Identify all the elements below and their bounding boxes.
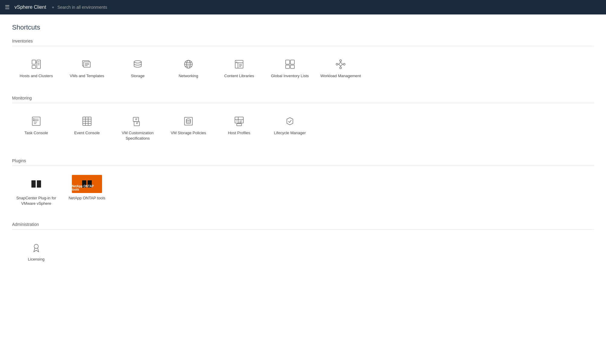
- section-inventories: Inventories Hosts and Clusters: [12, 39, 594, 85]
- monitoring-item-vm-customization[interactable]: VM Customization Specifications: [114, 109, 162, 147]
- svg-rect-55: [184, 117, 192, 125]
- app-header: ☰ vSphere Client ⚬ Search in all environ…: [0, 0, 606, 14]
- section-administration-label: Administration: [12, 222, 594, 227]
- monitoring-item-lifecycle-manager[interactable]: Lifecycle Manager: [266, 109, 314, 147]
- vm-storage-policies-icon: [182, 115, 194, 127]
- inventories-grid: Hosts and Clusters VMs and Templates: [12, 52, 594, 85]
- app-title: vSphere Client: [14, 5, 46, 10]
- task-console-label: Task Console: [24, 130, 48, 136]
- svg-rect-36: [32, 117, 40, 125]
- section-plugins-label: Plugins: [12, 158, 594, 163]
- inventory-item-global-inventory[interactable]: Global Inventory Lists: [266, 52, 314, 85]
- vm-storage-policies-label: VM Storage Policies: [171, 130, 206, 136]
- snapcenter-icon-wrapper: [21, 175, 51, 193]
- inventory-item-networking[interactable]: Networking: [164, 52, 213, 85]
- hamburger-icon[interactable]: ☰: [5, 4, 10, 11]
- administration-grid: Licensing: [12, 236, 594, 268]
- search-placeholder-text: Search in all environments: [57, 5, 107, 10]
- monitoring-grid: Task Console Event Console: [12, 109, 594, 147]
- monitoring-item-host-profiles[interactable]: Host Profiles: [215, 109, 263, 147]
- networking-icon: [182, 58, 194, 70]
- svg-rect-57: [235, 117, 243, 123]
- svg-rect-24: [286, 65, 290, 68]
- content-libraries-label: Content Libraries: [224, 73, 254, 79]
- section-monitoring-label: Monitoring: [12, 96, 594, 100]
- storage-icon: [132, 58, 144, 70]
- svg-rect-64: [31, 180, 36, 188]
- global-inventory-label: Global Inventory Lists: [271, 73, 309, 79]
- svg-rect-63: [237, 124, 242, 126]
- storage-label: Storage: [131, 73, 145, 79]
- plugins-divider: [12, 166, 594, 166]
- lifecycle-manager-icon: [284, 115, 296, 127]
- svg-rect-23: [286, 60, 290, 64]
- section-plugins: Plugins SnapCenter Plug-in for VMware vS…: [12, 158, 594, 211]
- global-inventory-icon: [284, 58, 296, 70]
- inventory-item-workload-management[interactable]: Workload Management: [316, 52, 365, 85]
- vm-customization-label: VM Customization Specifications: [117, 130, 159, 141]
- svg-point-56: [186, 119, 191, 121]
- inventory-item-vms-templates[interactable]: VMs and Templates: [63, 52, 111, 85]
- vms-templates-label: VMs and Templates: [70, 73, 104, 79]
- licensing-label: Licensing: [28, 257, 45, 262]
- networking-label: Networking: [178, 73, 198, 79]
- netapp-ontap-icon-wrapper: NetApp ONTAP tools: [72, 175, 102, 193]
- task-console-icon: [30, 115, 42, 127]
- svg-point-28: [340, 60, 341, 62]
- plugin-item-snapcenter[interactable]: SnapCenter Plug-in for VMware vSphere: [12, 172, 60, 211]
- monitoring-item-event-console[interactable]: Event Console: [63, 109, 111, 147]
- monitoring-item-task-console[interactable]: Task Console: [12, 109, 60, 147]
- inventory-item-content-libraries[interactable]: Content Libraries: [215, 52, 263, 85]
- svg-rect-3: [37, 60, 40, 68]
- svg-rect-42: [33, 120, 34, 121]
- vms-templates-icon: [81, 58, 93, 70]
- svg-rect-26: [290, 65, 294, 68]
- svg-point-30: [336, 63, 338, 65]
- netapp-ontap-label: NetApp ONTAP tools: [69, 195, 105, 201]
- svg-rect-1: [32, 65, 36, 68]
- inventories-divider: [12, 46, 594, 46]
- workload-management-label: Workload Management: [320, 73, 361, 79]
- host-profiles-label: Host Profiles: [228, 130, 250, 136]
- monitoring-item-vm-storage-policies[interactable]: VM Storage Policies: [164, 109, 213, 147]
- svg-point-31: [343, 63, 345, 65]
- snapcenter-icon: [30, 178, 42, 190]
- inventory-item-storage[interactable]: Storage: [114, 52, 162, 85]
- plugins-grid: SnapCenter Plug-in for VMware vSphere Ne…: [12, 172, 594, 211]
- main-content: Shortcuts Inventories Hosts and: [0, 14, 606, 364]
- section-monitoring: Monitoring Task Console: [12, 96, 594, 147]
- netapp-ontap-icon: NetApp ONTAP tools: [72, 175, 102, 193]
- netapp-ontap-overlay-label: NetApp ONTAP tools: [72, 185, 100, 191]
- svg-point-29: [340, 67, 341, 69]
- workload-management-icon: [335, 58, 347, 70]
- page-title: Shortcuts: [12, 24, 594, 31]
- svg-rect-41: [33, 119, 34, 119]
- svg-point-68: [34, 244, 38, 248]
- administration-item-licensing[interactable]: Licensing: [12, 236, 60, 268]
- host-profiles-icon: [233, 115, 245, 127]
- svg-rect-25: [290, 60, 294, 64]
- event-console-label: Event Console: [74, 130, 100, 136]
- svg-rect-0: [32, 60, 36, 64]
- event-console-icon: [81, 115, 93, 127]
- licensing-icon: [30, 242, 42, 254]
- lifecycle-manager-label: Lifecycle Manager: [274, 130, 306, 136]
- search-bar[interactable]: ⚬ Search in all environments: [51, 5, 107, 10]
- svg-rect-49: [133, 117, 139, 122]
- vm-customization-icon: [132, 115, 144, 127]
- hosts-clusters-icon: [30, 58, 42, 70]
- plugin-item-netapp-ontap[interactable]: NetApp ONTAP tools NetApp ONTAP tools: [63, 172, 111, 211]
- svg-point-12: [134, 61, 141, 63]
- svg-point-27: [339, 63, 342, 66]
- content-libraries-icon: [233, 58, 245, 70]
- section-administration: Administration Licensing: [12, 222, 594, 268]
- administration-divider: [12, 229, 594, 229]
- svg-rect-65: [37, 180, 41, 188]
- monitoring-divider: [12, 103, 594, 103]
- inventory-item-hosts-clusters[interactable]: Hosts and Clusters: [12, 52, 60, 85]
- search-icon: ⚬: [51, 5, 55, 10]
- snapcenter-label: SnapCenter Plug-in for VMware vSphere: [15, 195, 57, 206]
- hosts-clusters-label: Hosts and Clusters: [20, 73, 53, 79]
- section-inventories-label: Inventories: [12, 39, 594, 43]
